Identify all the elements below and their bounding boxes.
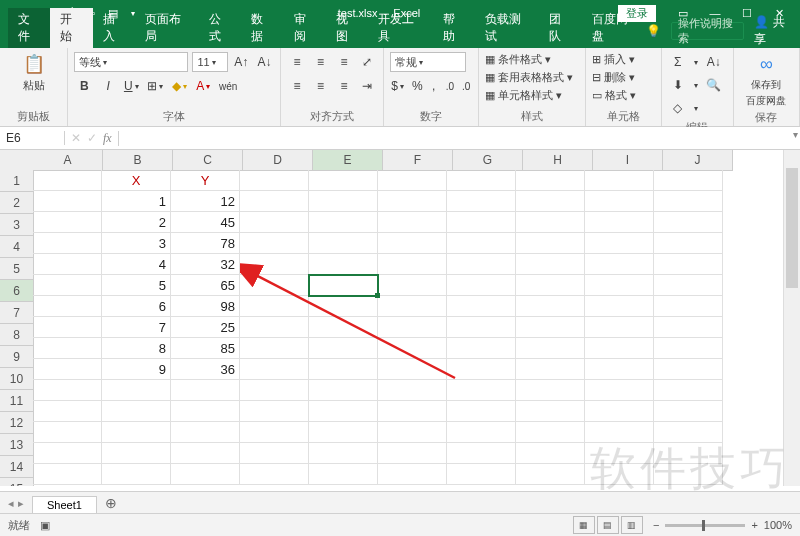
cell-B2[interactable]: 1 — [102, 191, 171, 212]
cell-D9[interactable] — [240, 338, 309, 359]
cell-D11[interactable] — [240, 380, 309, 401]
sheet-nav-next-icon[interactable]: ▸ — [18, 497, 24, 510]
cell-J10[interactable] — [654, 359, 723, 380]
cell-G3[interactable] — [447, 212, 516, 233]
cell-A10[interactable] — [33, 359, 102, 380]
cell-B11[interactable] — [102, 380, 171, 401]
page-break-view-icon[interactable]: ▥ — [621, 516, 643, 534]
cell-G9[interactable] — [447, 338, 516, 359]
border-button[interactable]: ⊞▾ — [146, 76, 166, 96]
row-header-12[interactable]: 12 — [0, 412, 34, 434]
cell-H13[interactable] — [516, 422, 585, 443]
cell-G7[interactable] — [447, 296, 516, 317]
tab-help[interactable]: 帮助 — [433, 8, 475, 48]
enter-formula-icon[interactable]: ✓ — [87, 131, 97, 145]
cell-F2[interactable] — [378, 191, 447, 212]
cell-C6[interactable]: 65 — [171, 275, 240, 296]
row-header-13[interactable]: 13 — [0, 434, 34, 456]
cell-E14[interactable] — [309, 443, 378, 464]
page-layout-view-icon[interactable]: ▤ — [597, 516, 619, 534]
cell-C9[interactable]: 85 — [171, 338, 240, 359]
tab-team[interactable]: 团队 — [539, 8, 581, 48]
add-sheet-button[interactable]: ⊕ — [97, 495, 125, 511]
font-name-select[interactable]: 等线▾ — [74, 52, 188, 72]
cell-F15[interactable] — [378, 464, 447, 485]
cell-I4[interactable] — [585, 233, 654, 254]
cell-D15[interactable] — [240, 464, 309, 485]
cell-B6[interactable]: 5 — [102, 275, 171, 296]
cell-J1[interactable] — [654, 170, 723, 191]
baidu-save-icon[interactable]: ∞ — [754, 52, 778, 76]
fx-icon[interactable]: fx — [103, 131, 112, 146]
cell-H2[interactable] — [516, 191, 585, 212]
col-header-E[interactable]: E — [313, 150, 383, 171]
cell-H6[interactable] — [516, 275, 585, 296]
increase-font-icon[interactable]: A↑ — [232, 52, 251, 72]
cell-G10[interactable] — [447, 359, 516, 380]
cell-F12[interactable] — [378, 401, 447, 422]
cell-A14[interactable] — [33, 443, 102, 464]
cell-B12[interactable] — [102, 401, 171, 422]
cell-E3[interactable] — [309, 212, 378, 233]
cell-C15[interactable] — [171, 464, 240, 485]
cell-E5[interactable] — [309, 254, 378, 275]
cell-C14[interactable] — [171, 443, 240, 464]
col-header-H[interactable]: H — [523, 150, 593, 171]
cell-J7[interactable] — [654, 296, 723, 317]
cell-A9[interactable] — [33, 338, 102, 359]
cell-C8[interactable]: 25 — [171, 317, 240, 338]
cell-J4[interactable] — [654, 233, 723, 254]
cell-G14[interactable] — [447, 443, 516, 464]
comma-icon[interactable]: , — [428, 76, 440, 96]
cell-A3[interactable] — [33, 212, 102, 233]
cell-C2[interactable]: 12 — [171, 191, 240, 212]
cell-I12[interactable] — [585, 401, 654, 422]
cell-I7[interactable] — [585, 296, 654, 317]
cell-E8[interactable] — [309, 317, 378, 338]
cell-D6[interactable] — [240, 275, 309, 296]
cell-G12[interactable] — [447, 401, 516, 422]
name-box[interactable]: E6 — [0, 131, 65, 145]
cell-H5[interactable] — [516, 254, 585, 275]
cell-I8[interactable] — [585, 317, 654, 338]
cell-C12[interactable] — [171, 401, 240, 422]
col-header-I[interactable]: I — [593, 150, 663, 171]
orientation-icon[interactable]: ⤢ — [358, 52, 378, 72]
cell-D7[interactable] — [240, 296, 309, 317]
row-header-2[interactable]: 2 — [0, 192, 34, 214]
cell-F1[interactable] — [378, 170, 447, 191]
cell-B10[interactable]: 9 — [102, 359, 171, 380]
col-header-C[interactable]: C — [173, 150, 243, 171]
cell-A4[interactable] — [33, 233, 102, 254]
cell-D5[interactable] — [240, 254, 309, 275]
tell-me-search[interactable]: 操作说明搜索 — [671, 22, 744, 40]
clear-icon[interactable]: ◇ — [668, 98, 688, 118]
conditional-format-button[interactable]: ▦ 条件格式 ▾ — [485, 52, 579, 67]
find-icon[interactable]: 🔍 — [704, 75, 724, 95]
align-center-icon[interactable]: ≡ — [311, 76, 331, 96]
cell-E13[interactable] — [309, 422, 378, 443]
cell-G13[interactable] — [447, 422, 516, 443]
cell-C3[interactable]: 45 — [171, 212, 240, 233]
row-header-15[interactable]: 15 — [0, 478, 34, 486]
fill-icon[interactable]: ⬇ — [668, 75, 688, 95]
row-header-10[interactable]: 10 — [0, 368, 34, 390]
sort-filter-icon[interactable]: A↓ — [704, 52, 724, 72]
cell-E11[interactable] — [309, 380, 378, 401]
cell-I11[interactable] — [585, 380, 654, 401]
cell-I5[interactable] — [585, 254, 654, 275]
cell-F3[interactable] — [378, 212, 447, 233]
tab-file[interactable]: 文件 — [8, 8, 50, 48]
tab-view[interactable]: 视图 — [326, 8, 368, 48]
cell-D12[interactable] — [240, 401, 309, 422]
vertical-scrollbar[interactable] — [783, 150, 800, 486]
cell-A5[interactable] — [33, 254, 102, 275]
cell-B5[interactable]: 4 — [102, 254, 171, 275]
cell-D8[interactable] — [240, 317, 309, 338]
cell-F6[interactable] — [378, 275, 447, 296]
cell-G5[interactable] — [447, 254, 516, 275]
cell-F4[interactable] — [378, 233, 447, 254]
cell-H11[interactable] — [516, 380, 585, 401]
cell-C7[interactable]: 98 — [171, 296, 240, 317]
cell-B4[interactable]: 3 — [102, 233, 171, 254]
